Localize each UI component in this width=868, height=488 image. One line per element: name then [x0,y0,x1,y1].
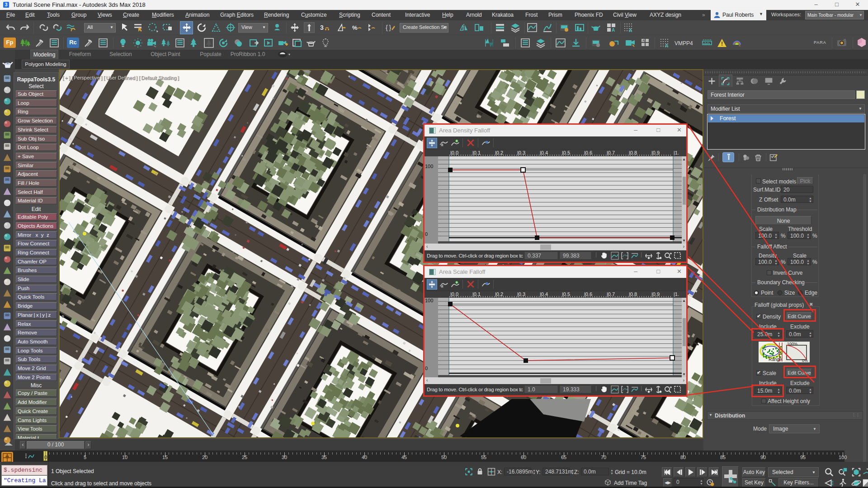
svg-text:A: A [629,28,632,33]
svg-text:!: ! [721,41,723,47]
svg-text:{ }: { } [386,24,391,31]
svg-text:100%: 100% [787,342,797,346]
svg-text:0%: 0% [802,358,808,362]
svg-text:%: % [352,24,358,31]
svg-text:A: A [612,28,615,33]
svg-text:A: A [665,43,668,48]
svg-text:A: A [642,39,645,42]
svg-text:3: 3 [320,24,324,31]
svg-text:↔: ↔ [777,357,781,362]
